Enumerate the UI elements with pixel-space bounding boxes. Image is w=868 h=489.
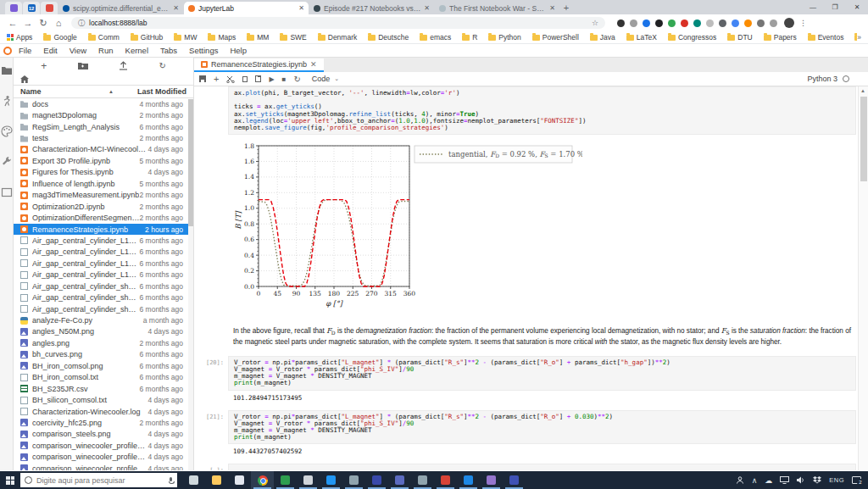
bookmark-folder-mw[interactable]: MW bbox=[174, 33, 197, 42]
extension-icon-10[interactable] bbox=[732, 19, 739, 27]
file-row[interactable]: comparison_winecooler_profile_deviat...4… bbox=[14, 463, 193, 470]
calendar-pinned-tab[interactable]: 12 bbox=[23, 2, 40, 14]
refresh-button[interactable]: ↻ bbox=[159, 61, 165, 70]
file-row[interactable]: Air_gap_central_cylinder_L145.txt6 month… bbox=[14, 258, 193, 269]
file-row[interactable]: Characterization-Winecooler.log4 days ag… bbox=[14, 406, 193, 417]
command-palette-icon[interactable] bbox=[1, 125, 13, 137]
upload-button[interactable] bbox=[119, 61, 128, 70]
interrupt-kernel-button[interactable]: ■ bbox=[282, 75, 287, 83]
bookmark-star-icon[interactable]: ☆ bbox=[592, 19, 598, 27]
taskbar-app-file-explorer[interactable] bbox=[205, 471, 228, 489]
taskbar-app-red-app[interactable] bbox=[434, 471, 457, 489]
file-row[interactable]: comparison_winecooler_profile_comp...4 d… bbox=[14, 440, 193, 451]
bookmark-apps[interactable]: Apps bbox=[7, 33, 32, 42]
bookmark-folder-powershell[interactable]: PowerShell bbox=[532, 33, 579, 42]
back-icon[interactable]: ← bbox=[5, 18, 20, 28]
file-row[interactable]: docs4 months ago bbox=[14, 98, 193, 109]
file-row[interactable]: Air_gap_central_cylinder_L140.txt6 month… bbox=[14, 247, 193, 258]
onedrive-cloud-icon[interactable]: ☁ bbox=[765, 476, 772, 485]
taskbar-app-chart-app[interactable] bbox=[342, 471, 365, 489]
taskbar-app-microsoft-store[interactable] bbox=[228, 471, 251, 489]
bookmarks-overflow-icon[interactable]: » bbox=[857, 33, 861, 42]
file-row[interactable]: magnet3Dpolomag2 months ago bbox=[14, 109, 193, 120]
file-row[interactable]: analyze-Fe-Co.pya month ago bbox=[14, 314, 193, 325]
file-row[interactable]: Air_gap_central_cylinder_L150.txt6 month… bbox=[14, 270, 193, 281]
sort-ascending-icon[interactable]: ▲ bbox=[108, 89, 114, 94]
column-header-modified[interactable]: Last Modified bbox=[137, 87, 186, 96]
new-launcher-button[interactable]: + bbox=[41, 60, 47, 72]
profile-avatar[interactable] bbox=[784, 18, 794, 28]
file-row[interactable]: OptimizationDifferentSegments-Tesla...2 … bbox=[14, 212, 193, 223]
browser-menu-icon[interactable]: ⋮ bbox=[799, 19, 807, 27]
notebook-tab-close-icon[interactable]: ✕ bbox=[310, 60, 317, 69]
taskbar-app-chrome[interactable] bbox=[251, 471, 274, 489]
cell-type-dropdown[interactable]: Code ⌄ bbox=[312, 75, 339, 83]
bookmark-folder-denmark[interactable]: Denmark bbox=[318, 33, 357, 42]
people-icon[interactable] bbox=[736, 476, 744, 484]
markdown-cell[interactable]: In the above figure, recall that FD is t… bbox=[233, 326, 856, 347]
bookmark-folder-dtu[interactable]: DTU bbox=[727, 33, 752, 42]
bookmark-folder-comm[interactable]: Comm bbox=[88, 33, 120, 42]
bookmark-folder-python[interactable]: Python bbox=[488, 33, 520, 42]
reload-icon[interactable]: ↻ bbox=[36, 18, 51, 29]
file-row[interactable]: Influence of length.ipynb5 months ago bbox=[14, 178, 193, 189]
start-button[interactable] bbox=[0, 471, 20, 489]
extension-icon-8[interactable] bbox=[706, 19, 714, 27]
home-folder-icon[interactable] bbox=[20, 75, 29, 83]
menu-item-edit[interactable]: Edit bbox=[43, 46, 57, 55]
bookmark-folder-r[interactable]: R bbox=[462, 33, 477, 42]
browser-tab-2[interactable]: Episode #217 Notebooks vs data✕ bbox=[309, 2, 434, 14]
extension-icon-6[interactable] bbox=[681, 19, 688, 27]
tab-close-icon[interactable]: ✕ bbox=[424, 4, 430, 12]
scroll-up-icon[interactable]: ▲ bbox=[860, 88, 865, 93]
taskbar-app-wordpress[interactable] bbox=[503, 471, 526, 489]
window-maximize-button[interactable]: ❐ bbox=[824, 0, 846, 14]
language-indicator[interactable]: ENG bbox=[829, 476, 844, 484]
taskbar-app-box-app[interactable] bbox=[365, 471, 388, 489]
file-row[interactable]: coercivity_hfc25.png2 months ago bbox=[14, 417, 193, 428]
code-cell-input-scrolled[interactable]: ax.plot(phi, B_target_vector, '--', line… bbox=[228, 86, 856, 135]
notebook-tab[interactable]: RemanenceStrategies.ipynb ✕ bbox=[194, 58, 324, 72]
microphone-icon[interactable] bbox=[169, 477, 173, 484]
file-row[interactable]: Air_gap_central_cylinder_shaft_410.txt6 … bbox=[14, 281, 193, 292]
window-minimize-button[interactable]: — bbox=[802, 0, 824, 14]
bookmark-folder-deutsche[interactable]: Deutsche bbox=[368, 33, 409, 42]
file-row[interactable]: tests2 months ago bbox=[14, 132, 193, 143]
new-tab-button[interactable]: + bbox=[559, 3, 573, 14]
file-row[interactable]: RemanenceStrategies.ipynb2 hours ago bbox=[14, 224, 193, 235]
extension-icon-3[interactable] bbox=[643, 19, 650, 27]
tab-close-icon[interactable]: ✕ bbox=[549, 4, 555, 12]
property-inspector-wrench-icon[interactable] bbox=[1, 156, 13, 168]
taskbar-app-e-reader-app[interactable] bbox=[297, 471, 320, 489]
address-bar[interactable]: ⓘ localhost:8888/lab ☆ bbox=[71, 17, 605, 29]
bookmark-folder-github[interactable]: GitHub bbox=[131, 33, 163, 42]
tab-close-icon[interactable]: ✕ bbox=[173, 4, 179, 12]
bookmark-folder-latex[interactable]: LaTeX bbox=[626, 33, 657, 42]
file-row[interactable]: BH_S235JR.csv6 months ago bbox=[14, 383, 193, 394]
hidden-icons-chevron[interactable]: ∧ bbox=[752, 476, 758, 485]
extension-icon-11[interactable] bbox=[744, 19, 752, 27]
forward-icon[interactable]: → bbox=[20, 18, 36, 28]
search-input[interactable] bbox=[36, 476, 164, 485]
file-row[interactable]: RegSim_Length_Analysis6 months ago bbox=[14, 121, 193, 132]
window-close-button[interactable]: ✕ bbox=[846, 0, 868, 14]
running-sessions-icon[interactable] bbox=[1, 95, 13, 107]
mail-pinned-tab[interactable] bbox=[41, 2, 58, 14]
file-row[interactable]: comparison_winecooler_profile_comp...4 d… bbox=[14, 452, 193, 463]
add-cell-button[interactable]: + bbox=[214, 74, 219, 84]
menu-item-kernel[interactable]: Kernel bbox=[125, 46, 148, 55]
taskbar-app-emacs[interactable] bbox=[480, 471, 503, 489]
taskbar-app-green-app[interactable] bbox=[274, 471, 297, 489]
menu-item-view[interactable]: View bbox=[70, 46, 86, 55]
menu-item-file[interactable]: File bbox=[19, 46, 31, 55]
kernel-indicator[interactable]: Python 3 bbox=[807, 75, 863, 83]
file-row[interactable]: angles.png2 months ago bbox=[14, 337, 193, 348]
menu-item-settings[interactable]: Settings bbox=[189, 46, 218, 55]
file-row[interactable]: Characterization-MCI-Winecooler.ipynb4 d… bbox=[14, 144, 193, 155]
cut-cells-button[interactable] bbox=[226, 75, 235, 83]
bookmark-folder-google[interactable]: Google bbox=[43, 33, 76, 42]
bookmark-folder-swe[interactable]: SWE bbox=[280, 33, 306, 42]
file-row[interactable]: Air_gap_central_cylinder_L135.txt6 month… bbox=[14, 235, 193, 246]
extension-icon-5[interactable] bbox=[668, 19, 676, 27]
save-button[interactable] bbox=[199, 75, 206, 82]
